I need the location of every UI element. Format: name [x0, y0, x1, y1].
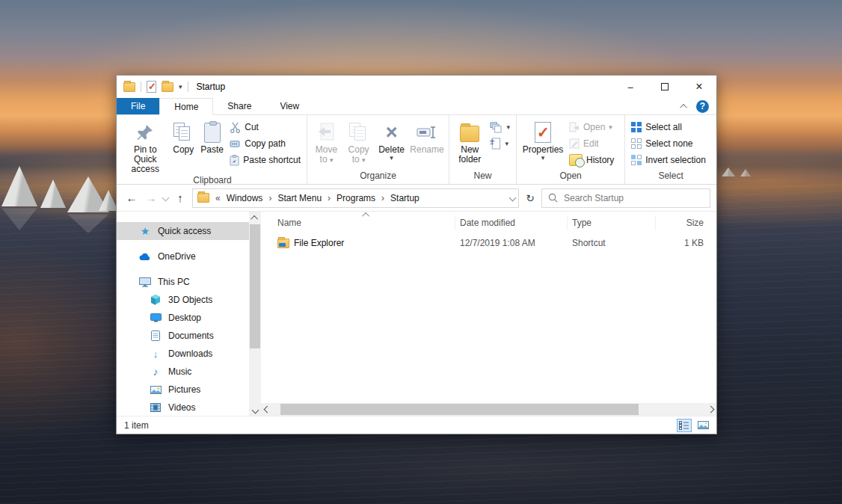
address-dropdown-icon[interactable] — [509, 194, 517, 202]
tab-home[interactable]: Home — [159, 98, 213, 115]
scroll-left-icon[interactable] — [261, 404, 273, 416]
paste-shortcut-label: Paste shortcut — [243, 155, 301, 165]
properties-qat-icon[interactable]: ✓ — [147, 81, 156, 93]
paste-icon — [204, 120, 221, 145]
music-note-icon: ♪ — [150, 366, 162, 378]
copy-to-button[interactable]: Copy to ▾ — [342, 117, 375, 167]
open-button[interactable]: Open ▾ — [566, 119, 617, 135]
scrollbar-thumb[interactable] — [250, 224, 260, 348]
horizontal-scrollbar[interactable] — [261, 403, 716, 416]
rename-button[interactable]: Rename — [408, 117, 446, 167]
easy-access-button[interactable]: ▾ — [487, 135, 513, 152]
column-header-name[interactable]: Name — [261, 215, 455, 230]
history-button[interactable]: History — [566, 152, 617, 168]
scroll-down-icon[interactable] — [249, 404, 261, 416]
breadcrumb-programs[interactable]: Programs — [337, 193, 375, 203]
sidebar-item-desktop[interactable]: Desktop — [117, 309, 249, 327]
tab-share-label: Share — [227, 101, 251, 111]
pin-to-quick-access-button[interactable]: Pin to Quick access — [121, 117, 169, 174]
address-bar[interactable]: « Windows › Start Menu › Programs › Star… — [192, 188, 519, 208]
open-small-buttons: Open ▾ Edit History — [566, 117, 617, 168]
column-header-date-modified[interactable]: Date modified — [455, 215, 568, 230]
forward-button[interactable]: → — [144, 191, 159, 204]
sidebar-item-pictures[interactable]: Pictures — [117, 381, 249, 399]
search-input[interactable] — [564, 193, 683, 203]
delete-x-glyph: × — [386, 122, 398, 143]
paste-button[interactable]: Paste — [197, 117, 227, 167]
large-icons-view-button[interactable] — [695, 419, 710, 432]
maximize-button[interactable] — [648, 76, 682, 98]
ribbon-group-new: New folder ▾ ▾ New — [449, 115, 517, 184]
customize-qat-dropdown-icon[interactable]: ▾ — [179, 84, 182, 90]
select-all-icon — [631, 122, 642, 132]
sidebar-item-3d-objects[interactable]: 3D Objects — [117, 291, 249, 309]
properties-button[interactable]: ✓ Properties ▾ — [520, 117, 566, 167]
sidebar-item-label: OneDrive — [158, 251, 196, 262]
item-count: 1 item — [124, 420, 149, 431]
edit-button[interactable]: Edit — [566, 135, 617, 152]
column-header-type[interactable]: Type — [568, 215, 656, 230]
scroll-up-icon[interactable] — [249, 212, 261, 224]
select-none-button[interactable]: Select none — [628, 135, 709, 152]
sidebar-item-this-pc[interactable]: This PC — [117, 273, 249, 291]
new-group-label: New — [449, 170, 516, 184]
ribbon-group-organize: Move to ▾ Copy to ▾ × Delete ▾ — [307, 115, 449, 184]
clipboard-content: Pin to Quick access Copy Paste Cut — [118, 115, 307, 174]
help-icon[interactable]: ? — [696, 100, 709, 113]
spacer — [117, 240, 249, 248]
new-item-button[interactable]: ▾ — [487, 119, 513, 135]
select-small-buttons: Select all Select none Invert selection — [628, 117, 709, 168]
copy-button[interactable]: Copy — [169, 117, 197, 167]
recent-locations-dropdown-icon[interactable] — [162, 194, 170, 202]
tab-share[interactable]: Share — [213, 98, 265, 114]
new-folder-qat-icon[interactable] — [162, 82, 173, 92]
refresh-button[interactable]: ↻ — [523, 192, 537, 204]
select-group-label: Select — [625, 170, 716, 184]
crumb-separator-icon[interactable]: › — [380, 193, 386, 203]
paste-shortcut-button[interactable]: Paste shortcut — [227, 152, 304, 168]
sidebar-item-downloads[interactable]: ↓ Downloads — [117, 345, 249, 363]
breadcrumb-windows[interactable]: Windows — [227, 193, 263, 203]
up-button[interactable]: ↑ — [173, 191, 188, 204]
titlebar[interactable]: ✓ ▾ Startup – × — [117, 76, 716, 98]
delete-icon: × — [386, 120, 398, 145]
maximize-icon — [661, 83, 669, 90]
sidebar-item-quick-access[interactable]: ★ Quick access — [117, 222, 249, 240]
close-button[interactable]: × — [682, 76, 716, 98]
window-title: Startup — [197, 82, 226, 92]
sidebar-scrollbar[interactable] — [249, 212, 261, 416]
column-header-size[interactable]: Size — [656, 215, 710, 230]
new-folder-button[interactable]: New folder — [452, 117, 487, 167]
scroll-right-icon[interactable] — [704, 404, 716, 416]
delete-button[interactable]: × Delete ▾ — [375, 117, 408, 167]
breadcrumb-startup[interactable]: Startup — [390, 193, 420, 203]
spacer — [117, 265, 249, 273]
move-to-button[interactable]: Move to ▾ — [310, 117, 342, 167]
copy-path-button[interactable]: Copy path — [227, 135, 304, 152]
select-all-label: Select all — [645, 122, 682, 132]
picture-icon — [150, 386, 162, 394]
tab-view[interactable]: View — [265, 98, 313, 114]
sidebar-item-videos[interactable]: Videos — [117, 399, 249, 417]
ribbon-group-open: ✓ Properties ▾ Open ▾ Edit — [517, 115, 625, 184]
sidebar-item-documents[interactable]: Documents — [117, 327, 249, 345]
move-to-label: Move to — [316, 144, 337, 165]
back-button[interactable]: ← — [124, 191, 139, 204]
cut-button[interactable]: Cut — [227, 119, 304, 135]
crumb-separator-icon[interactable]: › — [267, 193, 273, 203]
crumb-separator-icon[interactable]: › — [326, 193, 332, 203]
select-all-button[interactable]: Select all — [628, 119, 709, 135]
details-view-button[interactable] — [677, 419, 692, 432]
sidebar-item-music[interactable]: ♪ Music — [117, 363, 249, 381]
sidebar-item-onedrive[interactable]: OneDrive — [117, 248, 249, 265]
minimize-ribbon-icon[interactable] — [680, 103, 687, 111]
tab-file[interactable]: File — [117, 98, 159, 114]
invert-selection-button[interactable]: Invert selection — [628, 152, 709, 168]
scrollbar-thumb[interactable] — [280, 404, 639, 415]
breadcrumb-start-menu[interactable]: Start Menu — [277, 193, 322, 203]
collapsed-crumbs-icon[interactable]: « — [214, 193, 222, 203]
file-row[interactable]: File Explorer 12/7/2019 1:08 AM Shortcut… — [261, 234, 716, 252]
minimize-button[interactable]: – — [613, 76, 648, 98]
search-box[interactable] — [541, 188, 710, 208]
file-name-cell[interactable]: File Explorer — [261, 238, 455, 248]
